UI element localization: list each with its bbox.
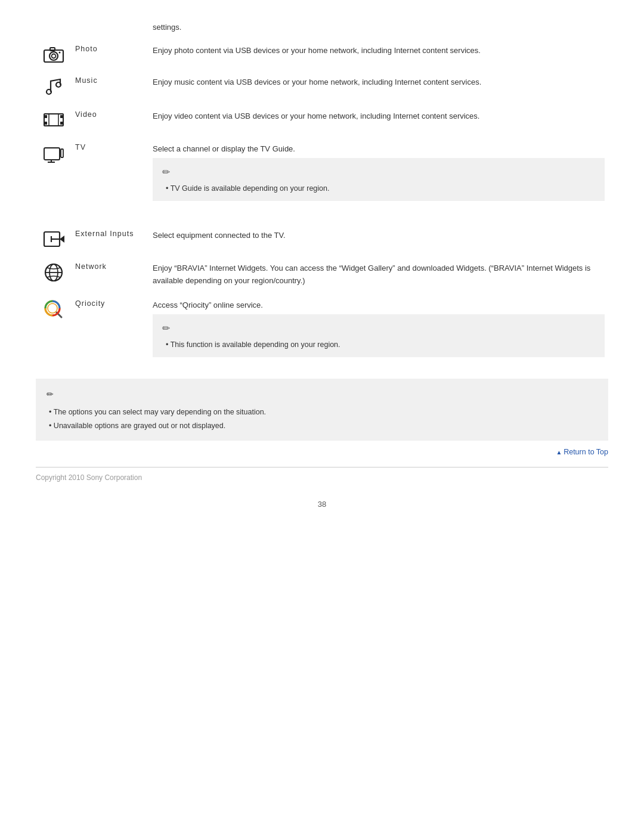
photo-label: Photo bbox=[72, 39, 149, 70]
bottom-note-item-2: Unavailable options are grayed out or no… bbox=[49, 419, 597, 433]
svg-point-26 bbox=[48, 304, 57, 313]
video-icon bbox=[43, 110, 64, 129]
video-description: Enjoy video content via USB devices or y… bbox=[149, 104, 608, 137]
table-row: Music Enjoy music content via USB device… bbox=[36, 70, 608, 104]
qriocity-icon-cell bbox=[36, 293, 72, 368]
settings-text: settings. bbox=[153, 18, 608, 39]
svg-rect-3 bbox=[50, 48, 55, 51]
camera-icon bbox=[43, 45, 64, 63]
tv-note-item: TV Guide is available depending on your … bbox=[166, 182, 595, 195]
table-row: TV Select a channel or display the TV Gu… bbox=[36, 137, 608, 212]
qriocity-note-box: ✏ This function is available depending o… bbox=[153, 314, 605, 357]
return-to-top[interactable]: Return to Top bbox=[36, 448, 608, 456]
qriocity-icon bbox=[44, 299, 64, 320]
music-label: Music bbox=[72, 70, 149, 104]
svg-rect-8 bbox=[44, 115, 47, 118]
table-row: External Inputs Select equipment connect… bbox=[36, 224, 608, 256]
svg-rect-15 bbox=[61, 149, 63, 157]
svg-point-2 bbox=[52, 54, 56, 58]
svg-marker-19 bbox=[60, 236, 64, 243]
video-icon-cell bbox=[36, 104, 72, 137]
external-inputs-label: External Inputs bbox=[72, 224, 149, 256]
table-row: Photo Enjoy photo content via USB device… bbox=[36, 39, 608, 70]
copyright-text: Copyright 2010 Sony Corporation bbox=[36, 473, 142, 482]
table-row: Video Enjoy video content via USB device… bbox=[36, 104, 608, 137]
page-content: settings. Photo Enjoy photo content via … bbox=[0, 0, 644, 544]
svg-point-1 bbox=[49, 52, 58, 60]
tv-label: TV bbox=[72, 137, 149, 212]
svg-rect-10 bbox=[60, 115, 63, 118]
note-pencil-icon2: ✏ bbox=[162, 320, 595, 336]
footer: Copyright 2010 Sony Corporation bbox=[36, 467, 608, 482]
external-inputs-description: Select equipment connected to the TV. bbox=[149, 224, 608, 256]
photo-description: Enjoy photo content via USB devices or y… bbox=[149, 39, 608, 70]
return-to-top-link[interactable]: Return to Top bbox=[556, 448, 608, 456]
svg-point-4 bbox=[59, 52, 61, 54]
table-row: Qriocity Access “Qriocity” online servic… bbox=[36, 293, 608, 368]
external-inputs-icon-cell bbox=[36, 224, 72, 256]
music-icon-cell bbox=[36, 70, 72, 104]
svg-rect-14 bbox=[44, 148, 60, 160]
music-description: Enjoy music content via USB devices or y… bbox=[149, 70, 608, 104]
network-description: Enjoy “BRAVIA” Internet Widgets. You can… bbox=[149, 256, 608, 293]
spacer-row bbox=[36, 212, 608, 224]
network-icon-cell bbox=[36, 256, 72, 293]
bottom-note-box: ✏ The options you can select may vary de… bbox=[36, 379, 608, 441]
video-label: Video bbox=[72, 104, 149, 137]
tv-description: Select a channel or display the TV Guide… bbox=[149, 137, 608, 212]
table-row: Network Enjoy “BRAVIA” Internet Widgets.… bbox=[36, 256, 608, 293]
photo-icon-cell bbox=[36, 39, 72, 70]
content-table: Photo Enjoy photo content via USB device… bbox=[36, 39, 608, 368]
network-icon bbox=[44, 262, 64, 283]
qriocity-description: Access “Qriocity” online service. ✏ This… bbox=[149, 293, 608, 368]
bottom-note-pencil-icon: ✏ bbox=[47, 387, 597, 402]
qriocity-label: Qriocity bbox=[72, 293, 149, 368]
music-icon bbox=[45, 76, 63, 97]
tv-icon bbox=[43, 143, 64, 163]
svg-rect-11 bbox=[60, 122, 63, 125]
network-label: Network bbox=[72, 256, 149, 293]
external-inputs-icon bbox=[43, 230, 64, 249]
tv-note-box: ✏ TV Guide is available depending on you… bbox=[153, 158, 605, 201]
tv-icon-cell bbox=[36, 137, 72, 212]
bottom-note-item-1: The options you can select may vary depe… bbox=[49, 405, 597, 419]
qriocity-note-item: This function is available depending on … bbox=[166, 339, 595, 351]
svg-rect-9 bbox=[44, 122, 47, 125]
note-pencil-icon: ✏ bbox=[162, 164, 595, 180]
page-number: 38 bbox=[36, 500, 608, 509]
